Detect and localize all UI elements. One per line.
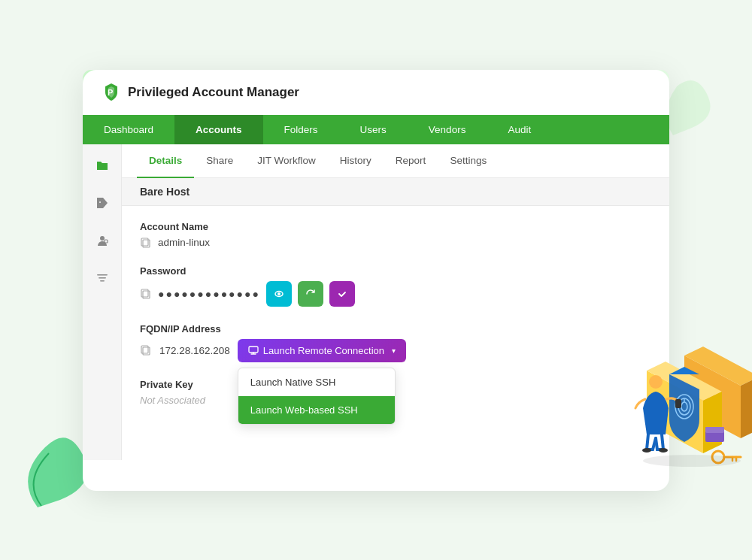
- launch-remote-button[interactable]: Launch Remote Connection ▾: [238, 339, 406, 362]
- account-name-label: Account Name: [140, 221, 651, 232]
- svg-point-19: [649, 375, 663, 389]
- nav-users[interactable]: Users: [339, 115, 408, 144]
- svg-point-21: [642, 448, 651, 453]
- account-name-value-row: admin-linux: [140, 237, 651, 249]
- decorative-leaf-left: [23, 432, 90, 515]
- sidebar: [83, 144, 122, 460]
- launch-remote-label: Launch Remote Connection: [263, 345, 384, 356]
- body-layout: Details Share JIT Workflow History Repor…: [83, 144, 669, 460]
- monitor-icon: [248, 345, 259, 356]
- launch-native-ssh-item[interactable]: Launch Native SSH: [238, 368, 395, 396]
- svg-point-22: [659, 448, 668, 453]
- fqdn-group: FQDN/IP Address 172.28.162.208: [140, 323, 651, 362]
- tab-details[interactable]: Details: [137, 144, 194, 178]
- copy-password-icon[interactable]: [140, 288, 152, 300]
- logo-icon: P: [101, 82, 122, 103]
- sidebar-icon-tag[interactable]: [90, 191, 114, 215]
- launch-web-ssh-item[interactable]: Launch Web-based SSH: [238, 396, 395, 424]
- tab-share[interactable]: Share: [194, 144, 245, 178]
- svg-text:P: P: [108, 88, 113, 97]
- illustration: [594, 310, 752, 476]
- private-key-label: Private Key: [140, 379, 651, 390]
- tab-report[interactable]: Report: [384, 144, 438, 178]
- rotate-password-button[interactable]: [298, 281, 323, 307]
- svg-rect-4: [99, 277, 106, 279]
- svg-rect-5: [100, 280, 105, 282]
- svg-point-1: [100, 236, 105, 241]
- password-row: ●●●●●●●●●●●●●: [140, 281, 651, 307]
- tab-settings[interactable]: Settings: [438, 144, 499, 178]
- fqdn-row: 172.28.162.208 Launch Remote Connection …: [140, 339, 651, 362]
- app-logo: P Privileged Account Manager: [101, 82, 299, 103]
- details-content: Account Name admin-linux Password: [122, 206, 669, 437]
- nav-folders[interactable]: Folders: [263, 115, 339, 144]
- account-name-group: Account Name admin-linux: [140, 221, 651, 249]
- verify-password-button[interactable]: [329, 281, 355, 307]
- private-key-value: Not Associated: [140, 395, 205, 406]
- illustration-svg: [594, 310, 752, 476]
- tab-jit-workflow[interactable]: JIT Workflow: [245, 144, 328, 178]
- top-nav: Dashboard Accounts Folders Users Vendors…: [83, 115, 669, 144]
- copy-fqdn-icon[interactable]: [140, 344, 152, 356]
- sidebar-icon-user[interactable]: [90, 229, 114, 253]
- private-key-group: Private Key Not Associated: [140, 379, 651, 406]
- copy-account-name-icon[interactable]: [140, 237, 152, 249]
- nav-audit[interactable]: Audit: [487, 115, 552, 144]
- svg-point-11: [277, 292, 280, 295]
- section-title: Bare Host: [122, 178, 669, 206]
- svg-rect-20: [675, 399, 681, 408]
- sidebar-icon-filter[interactable]: [90, 266, 114, 290]
- password-group: Password ●●●●●●●●●●●●●: [140, 265, 651, 307]
- password-label: Password: [140, 265, 651, 277]
- nav-dashboard[interactable]: Dashboard: [83, 115, 174, 144]
- password-value: ●●●●●●●●●●●●●: [158, 288, 260, 300]
- main-card: P Privileged Account Manager Dashboard A…: [83, 70, 669, 491]
- private-key-value-row: Not Associated: [140, 395, 651, 406]
- svg-rect-14: [249, 347, 258, 353]
- nav-accounts[interactable]: Accounts: [174, 115, 263, 144]
- show-password-button[interactable]: [266, 281, 292, 307]
- chevron-down-icon: ▾: [392, 347, 396, 355]
- account-name-value: admin-linux: [158, 237, 210, 248]
- launch-dropdown: Launch Native SSH Launch Web-based SSH: [238, 368, 396, 425]
- svg-rect-2: [105, 240, 108, 243]
- svg-rect-24: [705, 427, 724, 433]
- app-title: Privileged Account Manager: [128, 85, 299, 100]
- fqdn-value: 172.28.162.208: [159, 345, 230, 356]
- launch-dropdown-container: Launch Remote Connection ▾ Launch Native…: [238, 339, 406, 362]
- tabs-bar: Details Share JIT Workflow History Repor…: [122, 144, 669, 178]
- svg-point-29: [643, 455, 741, 467]
- sidebar-icon-folder[interactable]: [90, 153, 114, 177]
- nav-vendors[interactable]: Vendors: [408, 115, 487, 144]
- fqdn-label: FQDN/IP Address: [140, 323, 651, 334]
- svg-rect-3: [97, 274, 108, 276]
- tab-history[interactable]: History: [328, 144, 384, 178]
- main-content: Details Share JIT Workflow History Repor…: [122, 144, 669, 460]
- decorative-leaf-right: [662, 75, 714, 143]
- app-header: P Privileged Account Manager: [83, 70, 669, 115]
